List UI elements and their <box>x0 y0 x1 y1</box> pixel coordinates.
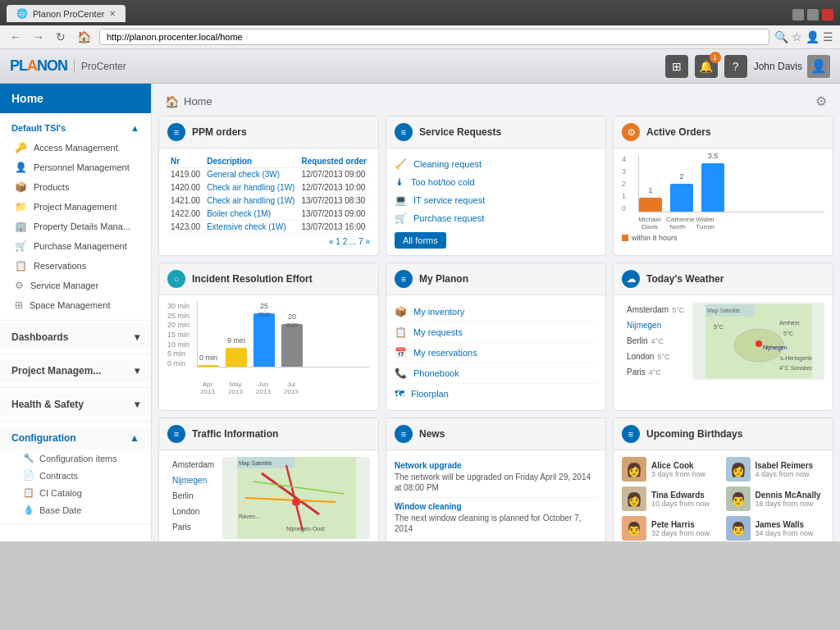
logo: PLANON ProCenter <box>10 57 126 75</box>
birthdays-body: 👩 Alice Cook 3 days from now 👩 Isabel Re… <box>614 450 833 541</box>
traffic-city-item[interactable]: London <box>167 504 219 519</box>
sidebar-config-header[interactable]: Configuration ▲ <box>0 427 151 450</box>
window-maximize-btn[interactable] <box>807 9 819 21</box>
birthday-item: 👨 Pete Harris 32 days from now <box>622 516 721 541</box>
table-row: 1422.00Boiler check (1M)13/07/2013 09:00 <box>167 208 370 221</box>
user-info: John Davis 👤 <box>754 55 830 78</box>
myplanon-item-icon: 📋 <box>395 326 407 338</box>
news-item-title[interactable]: Window cleaning <box>395 502 597 511</box>
procenter-label: ProCenter <box>81 61 126 72</box>
birthday-name: James Walls <box>756 520 814 529</box>
project-expand-icon: ▾ <box>135 365 139 377</box>
traffic-map-svg: Map Satellite Raven... Nijmegen-Oost <box>237 457 356 539</box>
service-request-item[interactable]: 🧹Cleaning request <box>395 155 597 173</box>
service-request-item[interactable]: 🛒Purchase request <box>395 209 597 227</box>
sidebar-item-personnel[interactable]: 👤 Personnel Management <box>0 158 151 177</box>
weather-title: Today's Weather <box>646 273 724 285</box>
page-settings-btn[interactable]: ⚙ <box>815 94 827 109</box>
profile-icon[interactable]: 👤 <box>806 30 819 43</box>
ppm-col-nr: Nr <box>167 155 203 168</box>
sidebar: Home Default TSI's ▲ 🔑 Access Management… <box>0 84 152 541</box>
weather-city-item[interactable]: Nijmegen <box>622 317 689 333</box>
all-forms-btn[interactable]: All forms <box>395 232 446 249</box>
sidebar-item-service[interactable]: ⚙ Service Manager <box>0 276 151 295</box>
active-orders-widget: ⊙ Active Orders 4 3 2 1 0 123 <box>613 116 833 256</box>
sidebar-item-space[interactable]: ⊞ Space Management <box>0 295 151 315</box>
myplanon-item-icon: 📦 <box>395 306 407 317</box>
sr-body: 🧹Cleaning request🌡Too hot/too cold💻IT se… <box>386 148 605 255</box>
service-requests-widget: ≡ Service Requests 🧹Cleaning request🌡Too… <box>386 116 606 256</box>
sidebar-config-items[interactable]: 🔧 Configuration items <box>0 450 151 467</box>
sidebar-home[interactable]: Home <box>0 84 151 113</box>
refresh-button[interactable]: ↻ <box>52 29 69 45</box>
service-request-item[interactable]: 🌡Too hot/too cold <box>395 173 597 191</box>
sidebar-dashboards-header[interactable]: Dashboards ▾ <box>0 326 151 349</box>
grid-icon-btn[interactable]: ⊞ <box>665 55 688 78</box>
sidebar-project-header[interactable]: Project Managem... ▾ <box>0 359 151 382</box>
address-bar[interactable] <box>99 29 769 45</box>
weather-city-item[interactable]: Amsterdam5°C <box>622 302 689 317</box>
news-title: News <box>419 428 445 440</box>
myplanon-item[interactable]: 📦My inventory <box>395 302 597 322</box>
ppm-col-desc: Description <box>203 155 298 168</box>
ao-body: 4 3 2 1 0 123.5 Michael DavisCatherine N… <box>614 148 833 249</box>
sidebar-group-dashboards: Dashboards ▾ <box>0 321 151 354</box>
sidebar-item-property[interactable]: 🏢 Property Details Mana... <box>0 217 151 236</box>
home-nav-button[interactable]: 🏠 <box>74 29 94 45</box>
notifications-btn[interactable]: 🔔 1 <box>695 55 718 78</box>
myplanon-item[interactable]: 📅My reservations <box>395 343 597 363</box>
weather-city-item[interactable]: Paris4°C <box>622 364 689 380</box>
myplanon-item[interactable]: 📞Phonebook <box>395 363 597 384</box>
sidebar-contracts[interactable]: 📄 Contracts <box>0 467 151 484</box>
ppm-pagination[interactable]: « 1 2 ... 7 » <box>167 237 370 246</box>
window-close-btn[interactable] <box>822 9 833 21</box>
legend-color-dot <box>622 235 628 241</box>
tab-close-icon[interactable]: ✕ <box>109 9 116 18</box>
weather-city-item[interactable]: Berlin4°C <box>622 333 689 349</box>
weather-city-item[interactable]: London5°C <box>622 349 689 364</box>
forward-button[interactable]: → <box>30 29 48 45</box>
traffic-city-item[interactable]: Berlin <box>167 488 219 504</box>
tab-favicon: 🌐 <box>16 8 28 19</box>
sidebar-item-reservations[interactable]: 📋 Reservations <box>0 256 151 276</box>
browser-tab[interactable]: 🌐 Planon ProCenter ✕ <box>7 5 126 22</box>
sidebar-group-health: Health & Safety ▾ <box>0 388 151 422</box>
sidebar-health-header[interactable]: Health & Safety ▾ <box>0 393 151 416</box>
ao-bar: 1 <box>639 198 662 212</box>
news-item-title[interactable]: Network upgrade <box>395 461 597 470</box>
sidebar-ci-catalog[interactable]: 📋 CI Catalog <box>0 484 151 501</box>
search-icon[interactable]: 🔍 <box>774 30 788 43</box>
myplanon-item[interactable]: 📋My requests <box>395 322 597 343</box>
config-label: Configuration <box>11 432 76 444</box>
birthday-item: 👨 Dennis McAnally 16 days from now <box>726 486 825 511</box>
sidebar-item-purchase[interactable]: 🛒 Purchase Management <box>0 236 151 256</box>
incident-widget: ○ Incident Resolution Effort 30 min 25 m… <box>158 262 379 411</box>
help-btn[interactable]: ? <box>724 55 747 78</box>
menu-icon[interactable]: ☰ <box>823 30 833 43</box>
traffic-city-item[interactable]: Paris <box>167 519 219 535</box>
sidebar-item-access[interactable]: 🔑 Access Management <box>0 138 151 158</box>
sidebar-item-products[interactable]: 📦 Products <box>0 177 151 197</box>
back-button[interactable]: ← <box>7 29 25 45</box>
service-request-item[interactable]: 💻IT service request <box>395 191 597 209</box>
ao-legend: within 8 hours <box>622 234 824 242</box>
weather-body: Amsterdam5°CNijmegenBerlin4°CLondon5°CPa… <box>614 295 833 386</box>
sidebar-item-label: Project Management <box>34 202 117 212</box>
traffic-city-item[interactable]: Amsterdam <box>167 457 219 472</box>
myplanon-item[interactable]: 🗺Floorplan <box>395 384 597 404</box>
birthdays-title: Upcoming Birthdays <box>646 428 742 440</box>
traffic-city-item[interactable]: Nijmegen <box>167 472 219 488</box>
sidebar-base-date[interactable]: 💧 Base Date <box>0 501 151 518</box>
incident-bar-label: Jul 2013 <box>281 381 302 395</box>
incident-icon: ○ <box>167 270 185 288</box>
ao-title: Active Orders <box>646 126 711 138</box>
cart-icon: 🛒 <box>15 240 27 252</box>
birthday-days: 3 days from now <box>651 470 705 478</box>
ao-bar-label: Walter Turner <box>694 216 717 231</box>
window-minimize-btn[interactable] <box>792 9 804 21</box>
bookmark-icon[interactable]: ☆ <box>792 30 802 43</box>
sidebar-tsis-header[interactable]: Default TSI's ▲ <box>0 118 151 138</box>
weather-icon: ☁ <box>622 270 640 288</box>
dashboards-expand-icon: ▾ <box>135 331 139 343</box>
sidebar-item-project-mgmt[interactable]: 📁 Project Management <box>0 197 151 217</box>
